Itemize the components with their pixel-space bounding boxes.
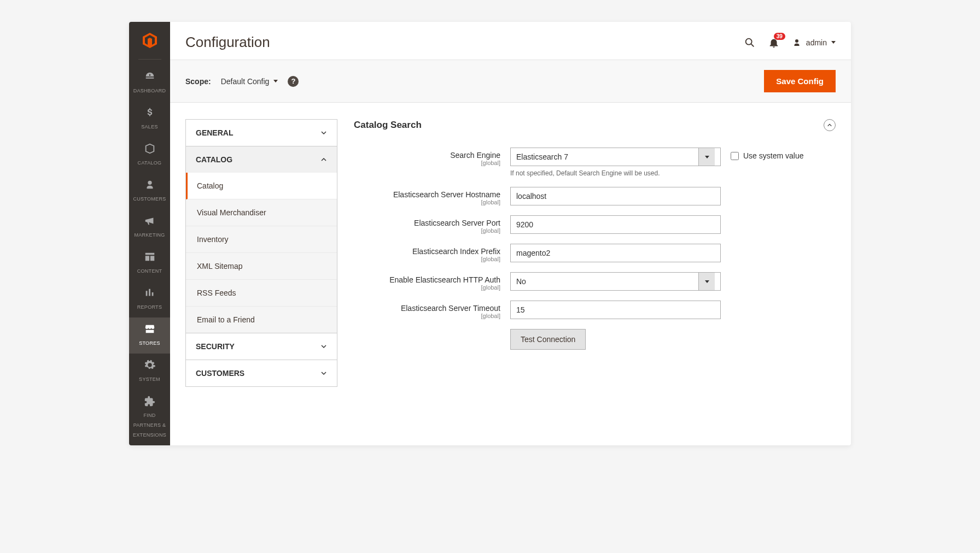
tree-group-catalog: CATALOG Catalog Visual Merchandiser Inve…: [186, 146, 337, 333]
topbar: Configuration 39 admin: [170, 22, 851, 60]
nav-sales[interactable]: SALES: [129, 101, 170, 137]
row-prefix: Elasticsearch Index Prefix [global]: [354, 244, 836, 262]
nav-label: DASHBOARD: [133, 88, 166, 93]
select-value: No: [516, 277, 526, 286]
chevron-up-icon: [320, 156, 327, 163]
user-icon: [792, 38, 802, 48]
select-httpauth[interactable]: No: [510, 272, 721, 291]
tree-item-email-friend[interactable]: Email to a Friend: [186, 307, 337, 333]
nav-label: CUSTOMERS: [133, 196, 166, 202]
scope-note: [global]: [354, 284, 500, 291]
nav-stores[interactable]: STORES: [129, 317, 170, 354]
input-port[interactable]: [510, 215, 721, 234]
tree-group-security: SECURITY: [186, 333, 337, 360]
input-hostname[interactable]: [510, 187, 721, 205]
svg-point-0: [746, 38, 752, 44]
top-actions: 39 admin: [744, 37, 836, 49]
notification-badge: 39: [774, 33, 785, 40]
tree-head-label: SECURITY: [196, 342, 235, 351]
person-icon: [144, 179, 156, 191]
nav-label: CONTENT: [137, 268, 162, 274]
content-area: GENERAL CATALOG Catalog Visual Merchandi…: [170, 103, 851, 403]
notifications-icon[interactable]: 39: [768, 37, 780, 49]
tree-item-inventory[interactable]: Inventory: [186, 226, 337, 253]
nav-dashboard[interactable]: DASHBOARD: [129, 65, 170, 101]
puzzle-icon: [144, 395, 156, 407]
use-system-label: Use system value: [743, 151, 803, 160]
nav-label: SALES: [141, 124, 158, 130]
nav-reports[interactable]: REPORTS: [129, 281, 170, 317]
settings-panel: Catalog Search Search Engine [global] El…: [354, 119, 836, 360]
select-search-engine[interactable]: Elasticsearch 7: [510, 148, 721, 166]
label-httpauth: Enable Elasticsearch HTTP Auth: [389, 275, 500, 284]
page-title: Configuration: [185, 34, 270, 51]
bars-icon: [144, 287, 156, 299]
tree-head-general[interactable]: GENERAL: [186, 120, 337, 146]
scope-note: [global]: [354, 227, 500, 234]
nav-content[interactable]: CONTENT: [129, 245, 170, 281]
nav-label: SYSTEM: [139, 376, 160, 382]
label-prefix: Elasticsearch Index Prefix: [412, 247, 500, 256]
layout-icon: [144, 251, 156, 263]
nav-marketing[interactable]: MARKETING: [129, 209, 170, 245]
test-connection-button[interactable]: Test Connection: [510, 329, 586, 350]
scope-note: [global]: [354, 160, 500, 166]
dashboard-icon: [144, 70, 156, 83]
help-icon[interactable]: ?: [288, 76, 299, 87]
nav-catalog[interactable]: CATALOG: [129, 137, 170, 173]
chevron-up-icon: [827, 122, 832, 128]
tree-item-catalog[interactable]: Catalog: [186, 173, 337, 199]
nav-label: MARKETING: [134, 232, 165, 238]
label-search-engine: Search Engine: [450, 151, 500, 160]
scope-value: Default Config: [221, 77, 270, 86]
row-test-connection: Test Connection: [354, 329, 836, 350]
user-name: admin: [806, 38, 827, 47]
main-area: Configuration 39 admin Scope:: [170, 22, 851, 445]
scope-bar: Scope: Default Config ? Save Config: [170, 60, 851, 103]
store-icon: [144, 323, 156, 335]
gear-icon: [144, 359, 156, 371]
chevron-down-icon: [320, 130, 327, 136]
select-toggle: [698, 273, 715, 290]
save-config-button[interactable]: Save Config: [764, 70, 836, 92]
label-hostname: Elasticsearch Server Hostname: [393, 190, 500, 199]
label-port: Elasticsearch Server Port: [414, 219, 500, 227]
chevron-down-icon: [320, 343, 327, 350]
input-timeout[interactable]: [510, 301, 721, 319]
collapse-panel-button[interactable]: [824, 119, 836, 131]
nav-system[interactable]: SYSTEM: [129, 354, 170, 390]
scope-note: [global]: [354, 256, 500, 262]
tree-head-security[interactable]: SECURITY: [186, 333, 337, 360]
use-system-checkbox[interactable]: [731, 152, 739, 160]
scope-note: [global]: [354, 199, 500, 205]
row-timeout: Elasticsearch Server Timeout [global]: [354, 301, 836, 319]
megaphone-icon: [144, 215, 156, 227]
box-icon: [144, 143, 156, 155]
nav-partners[interactable]: FIND PARTNERS & EXTENSIONS: [129, 390, 170, 445]
tree-head-catalog[interactable]: CATALOG: [186, 146, 337, 173]
config-tree: GENERAL CATALOG Catalog Visual Merchandi…: [185, 119, 337, 387]
input-prefix[interactable]: [510, 244, 721, 262]
nav-label: REPORTS: [137, 304, 162, 310]
user-menu[interactable]: admin: [792, 38, 836, 48]
row-hostname: Elasticsearch Server Hostname [global]: [354, 187, 836, 205]
tree-head-label: CATALOG: [196, 155, 232, 164]
tree-item-rss-feeds[interactable]: RSS Feeds: [186, 280, 337, 307]
chevron-down-icon: [273, 80, 278, 83]
panel-header: Catalog Search: [354, 119, 836, 131]
tree-head-customers[interactable]: CUSTOMERS: [186, 360, 337, 386]
scope-select[interactable]: Default Config: [221, 77, 278, 86]
tree-group-customers: CUSTOMERS: [186, 360, 337, 387]
tree-item-xml-sitemap[interactable]: XML Sitemap: [186, 253, 337, 280]
chevron-down-icon: [831, 41, 836, 44]
nav-customers[interactable]: CUSTOMERS: [129, 173, 170, 209]
search-icon[interactable]: [744, 37, 756, 49]
magento-logo-icon: [141, 32, 159, 49]
use-system-value[interactable]: Use system value: [731, 148, 803, 160]
tree-item-visual-merchandiser[interactable]: Visual Merchandiser: [186, 199, 337, 226]
dollar-icon: [144, 107, 156, 119]
chevron-down-icon: [320, 370, 327, 376]
nav-divider: [138, 59, 161, 60]
label-timeout: Elasticsearch Server Timeout: [401, 304, 500, 313]
nav-label: STORES: [139, 340, 160, 346]
